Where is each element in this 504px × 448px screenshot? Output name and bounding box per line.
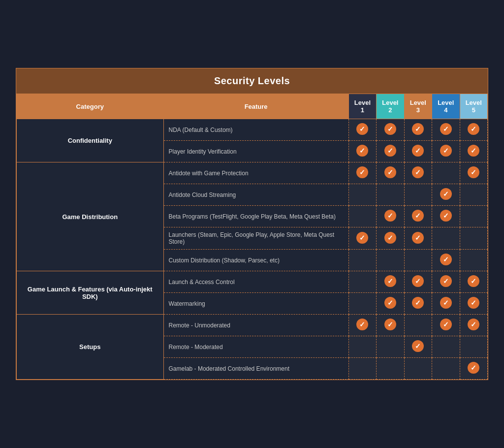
level-1-check xyxy=(348,271,376,293)
level-1-check xyxy=(348,141,376,162)
level-4-check xyxy=(432,162,460,184)
check-icon xyxy=(440,319,452,330)
check-icon xyxy=(468,275,479,287)
level-2-check xyxy=(377,336,404,358)
check-icon xyxy=(412,145,424,157)
level-1-check xyxy=(348,293,376,315)
feature-cell: Remote - Unmoderated xyxy=(163,315,348,336)
level-4-check xyxy=(432,336,460,358)
check-icon xyxy=(440,123,452,135)
level-3-check xyxy=(404,119,432,141)
check-icon xyxy=(384,145,396,157)
level-1-check xyxy=(348,336,376,358)
check-icon xyxy=(384,210,396,222)
check-icon xyxy=(412,210,424,222)
level-1-check xyxy=(348,184,376,206)
check-icon xyxy=(468,123,479,135)
category-cell: Game Launch & Features (via Auto-injekt … xyxy=(17,271,164,315)
level-5-check xyxy=(460,358,488,380)
check-icon xyxy=(412,123,424,135)
feature-cell: Launchers (Steam, Epic, Google Play, App… xyxy=(163,227,348,250)
level-4-check xyxy=(432,358,460,380)
level-4-check xyxy=(432,250,460,271)
check-icon xyxy=(356,123,368,135)
check-icon xyxy=(384,319,396,330)
level-5-check xyxy=(460,293,488,315)
level-2-check xyxy=(377,250,404,271)
category-cell: Game Distribution xyxy=(17,162,164,271)
level-2-check xyxy=(377,293,404,315)
level-5-check xyxy=(460,206,488,227)
level-4-check xyxy=(432,119,460,141)
level-5-check xyxy=(460,250,488,271)
level-2-check xyxy=(377,162,404,184)
level-5-check xyxy=(460,141,488,162)
security-levels-table: Security Levels Category Feature Level 1… xyxy=(16,68,488,380)
level-3-check xyxy=(404,250,432,271)
check-icon xyxy=(468,166,479,178)
category-column-header: Category xyxy=(17,94,164,119)
check-icon xyxy=(468,297,479,309)
feature-cell: Remote - Moderated xyxy=(163,336,348,358)
level-3-check xyxy=(404,358,432,380)
feature-cell: Player Identity Verification xyxy=(163,141,348,162)
level-1-check xyxy=(348,315,376,336)
level-5-check xyxy=(460,184,488,206)
level-1-check xyxy=(348,250,376,271)
level-3-check xyxy=(404,293,432,315)
feature-cell: NDA (Default & Custom) xyxy=(163,119,348,141)
level-3-check xyxy=(404,336,432,358)
level-1-header: Level 1 xyxy=(348,94,376,119)
feature-column-header: Feature xyxy=(163,94,348,119)
level-4-check xyxy=(432,271,460,293)
level-2-check xyxy=(377,206,404,227)
check-icon xyxy=(412,275,424,287)
check-icon xyxy=(468,145,479,157)
check-icon xyxy=(384,123,396,135)
level-2-check xyxy=(377,184,404,206)
level-3-check xyxy=(404,141,432,162)
table-row: Game DistributionAntidote with Game Prot… xyxy=(17,162,488,184)
level-3-check xyxy=(404,184,432,206)
check-icon xyxy=(356,145,368,157)
level-2-check xyxy=(377,315,404,336)
level-5-check xyxy=(460,336,488,358)
check-icon xyxy=(384,166,396,178)
check-icon xyxy=(468,319,479,330)
check-icon xyxy=(384,297,396,309)
level-2-header: Level 2 xyxy=(377,94,404,119)
check-icon xyxy=(440,297,452,309)
check-icon xyxy=(384,275,396,287)
check-icon xyxy=(356,232,368,244)
check-icon xyxy=(412,166,424,178)
check-icon xyxy=(468,362,479,374)
level-4-header: Level 4 xyxy=(432,94,460,119)
level-4-check xyxy=(432,315,460,336)
level-5-check xyxy=(460,271,488,293)
check-icon xyxy=(440,210,452,222)
level-2-check xyxy=(377,119,404,141)
check-icon xyxy=(384,232,396,244)
level-3-check xyxy=(404,162,432,184)
feature-cell: Watermarking xyxy=(163,293,348,315)
level-3-header: Level 3 xyxy=(404,94,432,119)
check-icon xyxy=(412,232,424,244)
level-2-check xyxy=(377,141,404,162)
feature-cell: Antidote with Game Protection xyxy=(163,162,348,184)
level-5-header: Level 5 xyxy=(460,94,488,119)
level-5-check xyxy=(460,162,488,184)
level-1-check xyxy=(348,119,376,141)
table-main-header: Security Levels xyxy=(16,68,488,94)
level-4-check xyxy=(432,293,460,315)
table-row: Game Launch & Features (via Auto-injekt … xyxy=(17,271,488,293)
level-3-check xyxy=(404,227,432,250)
check-icon xyxy=(440,188,452,200)
category-cell: Confidentiality xyxy=(17,119,164,162)
check-icon xyxy=(356,319,368,330)
level-5-check xyxy=(460,315,488,336)
feature-cell: Custom Distribution (Shadow, Parsec, etc… xyxy=(163,250,348,271)
feature-cell: Gamelab - Moderated Controlled Environme… xyxy=(163,358,348,380)
level-5-check xyxy=(460,227,488,250)
check-icon xyxy=(440,275,452,287)
level-4-check xyxy=(432,206,460,227)
